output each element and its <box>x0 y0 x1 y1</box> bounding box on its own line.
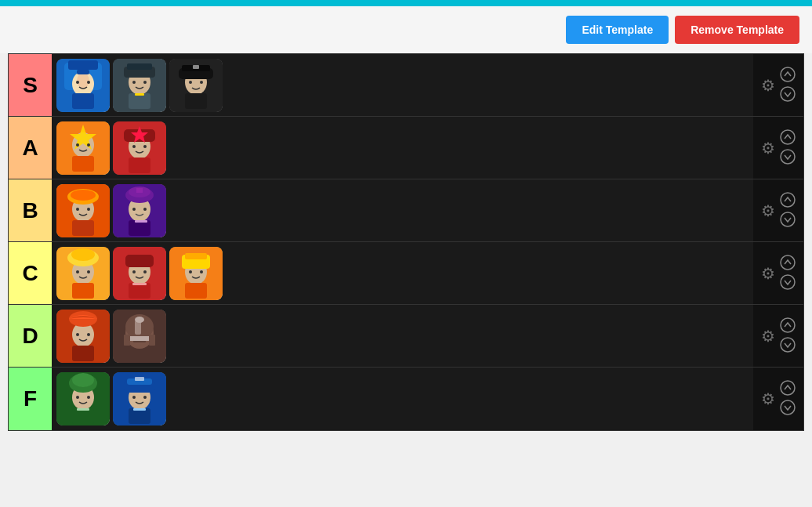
svg-point-38 <box>132 145 136 148</box>
gear-icon-s[interactable]: ⚙ <box>761 76 775 95</box>
svg-point-5 <box>77 73 89 89</box>
tier-controls-a: ⚙ <box>753 117 803 179</box>
tier-item-yellow-hat[interactable] <box>56 247 110 300</box>
arrow-up-d[interactable] <box>780 317 796 335</box>
svg-point-95 <box>135 317 144 323</box>
tier-controls-c: ⚙ <box>753 242 803 304</box>
tier-item-colonial[interactable] <box>56 184 110 237</box>
svg-point-72 <box>143 270 147 273</box>
svg-point-115 <box>143 396 147 399</box>
tier-controls-d: ⚙ <box>753 305 803 367</box>
svg-point-59 <box>781 212 795 226</box>
arrow-up-s[interactable] <box>780 67 796 85</box>
portrait-red-general <box>113 247 166 300</box>
tier-row-f: F ⚙ <box>9 368 803 430</box>
svg-point-55 <box>132 208 136 211</box>
svg-rect-116 <box>133 408 146 411</box>
tier-controls-b: ⚙ <box>753 179 803 241</box>
tier-item-red-star[interactable] <box>113 121 166 175</box>
svg-rect-57 <box>135 220 147 223</box>
arrow-up-c[interactable] <box>780 255 796 273</box>
tier-item-roman-general[interactable] <box>56 310 110 363</box>
svg-point-118 <box>781 400 795 415</box>
svg-point-104 <box>72 373 94 387</box>
portrait-blue-navy <box>113 372 166 426</box>
arrow-up-f[interactable] <box>780 380 796 398</box>
tier-item-roman-helmet[interactable] <box>113 310 166 363</box>
svg-point-25 <box>781 67 795 81</box>
svg-point-98 <box>781 318 795 332</box>
svg-rect-85 <box>72 346 94 361</box>
tier-item-ww1-general[interactable] <box>113 184 166 237</box>
svg-rect-97 <box>149 335 155 346</box>
tier-items-b <box>52 179 753 241</box>
tier-item-medieval[interactable] <box>56 372 110 426</box>
tier-label-f: F <box>9 368 52 430</box>
arrow-up-a[interactable] <box>780 129 796 147</box>
edit-template-button[interactable]: Edit Template <box>566 16 669 44</box>
tier-item-nazi-general[interactable] <box>113 59 166 112</box>
svg-point-40 <box>781 130 795 144</box>
svg-point-48 <box>87 208 90 211</box>
tier-label-b: B <box>9 179 52 241</box>
tier-item-golden-warrior[interactable] <box>169 247 223 300</box>
arrow-up-b[interactable] <box>780 192 796 210</box>
svg-point-81 <box>781 255 795 270</box>
tier-label-s: S <box>9 54 52 116</box>
arrow-group-a <box>780 129 796 167</box>
svg-point-64 <box>71 248 95 261</box>
portrait-ss-officer <box>169 59 223 112</box>
gear-icon-f[interactable]: ⚙ <box>761 389 775 408</box>
svg-point-46 <box>71 190 96 201</box>
remove-template-button[interactable]: Remove Template <box>675 16 799 44</box>
portrait-red-star <box>113 121 166 175</box>
tier-list: S <box>0 53 812 431</box>
arrow-down-b[interactable] <box>780 212 796 230</box>
svg-point-39 <box>143 145 147 148</box>
header: Edit Template Remove Template <box>0 6 812 53</box>
tier-item-blue-navy[interactable] <box>113 372 166 426</box>
portrait-roman-general <box>56 310 110 363</box>
arrow-group-s <box>780 67 796 104</box>
tier-item-napoleon[interactable] <box>56 59 110 112</box>
gear-icon-c[interactable]: ⚙ <box>761 264 775 283</box>
arrow-group-d <box>780 317 796 355</box>
svg-rect-62 <box>72 283 94 299</box>
tier-row-c: C <box>9 242 803 305</box>
arrow-down-d[interactable] <box>780 337 796 355</box>
gear-icon-a[interactable]: ⚙ <box>761 139 775 158</box>
arrow-down-c[interactable] <box>780 274 796 292</box>
gear-icon-d[interactable]: ⚙ <box>761 327 775 346</box>
tier-item-ss-officer[interactable] <box>169 59 223 112</box>
svg-rect-2 <box>68 60 98 70</box>
tier-items-s <box>52 54 753 116</box>
portrait-nazi-general <box>113 59 166 112</box>
svg-rect-35 <box>129 158 150 173</box>
svg-point-41 <box>781 150 795 164</box>
svg-rect-16 <box>135 93 144 96</box>
portrait-ww1-general <box>113 184 166 237</box>
tier-item-star-burst[interactable] <box>56 121 110 175</box>
svg-point-87 <box>76 333 79 336</box>
svg-point-105 <box>76 396 79 399</box>
svg-rect-73 <box>132 283 147 285</box>
arrow-down-a[interactable] <box>780 149 796 167</box>
svg-rect-22 <box>193 65 199 69</box>
gear-icon-b[interactable]: ⚙ <box>761 201 775 220</box>
svg-rect-13 <box>127 63 152 70</box>
tier-item-red-general[interactable] <box>113 247 166 300</box>
portrait-napoleon <box>56 59 110 112</box>
arrow-down-f[interactable] <box>780 400 796 418</box>
svg-point-66 <box>87 270 90 273</box>
svg-point-23 <box>189 81 192 84</box>
svg-point-8 <box>87 81 90 84</box>
svg-rect-19 <box>185 93 207 109</box>
portrait-roman-helmet <box>113 310 166 363</box>
tier-items-c <box>52 242 753 304</box>
arrow-group-b <box>780 192 796 230</box>
tier-label-a: A <box>9 117 52 179</box>
svg-point-15 <box>143 81 147 84</box>
tier-items-d <box>52 305 753 367</box>
arrow-down-s[interactable] <box>780 86 796 104</box>
tier-items-f <box>52 368 753 430</box>
